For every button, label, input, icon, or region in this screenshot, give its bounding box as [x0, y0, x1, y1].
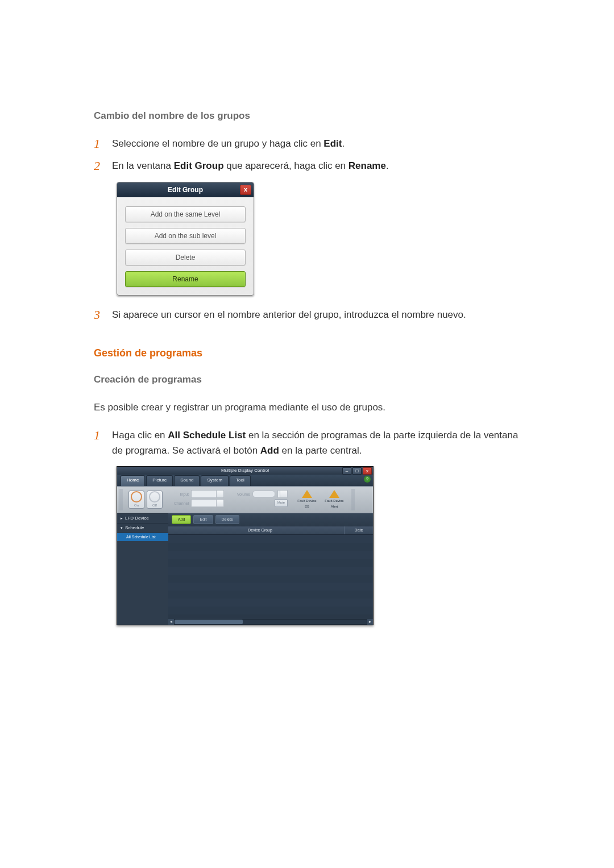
mdc-body: ▸ LFD Device ▾ Schedule All Schedule Lis…	[117, 513, 373, 624]
subsection-title: Cambio del nombre de los grupos	[94, 108, 520, 123]
label: Fault Device (0)	[296, 499, 318, 509]
scroll-right-icon[interactable]: ►	[367, 619, 373, 625]
text: .	[342, 138, 345, 149]
step-text: Si aparece un cursor en el nombre anteri…	[112, 309, 466, 320]
close-button[interactable]: x	[363, 467, 372, 475]
ribbon-tabs: Home Picture Sound System Tool ?	[117, 475, 373, 486]
alert-group: Fault Device (0) Fault Device Alert	[293, 489, 348, 510]
tab-home[interactable]: Home	[121, 475, 145, 486]
input-group: Input Channel	[168, 489, 226, 510]
label: Schedule	[125, 524, 144, 533]
warning-icon	[329, 490, 339, 498]
table-row	[168, 591, 373, 599]
label: All Schedule List	[126, 533, 156, 541]
help-icon[interactable]: ?	[364, 476, 371, 483]
steps-schedule: 1 Haga clic en All Schedule List en la s…	[94, 427, 520, 458]
step-text: Seleccione el nombre de un grupo y haga …	[112, 138, 345, 149]
tab-sound[interactable]: Sound	[174, 475, 200, 486]
edit-button[interactable]: Edit	[193, 515, 213, 524]
fault-device-alert[interactable]: Fault Device Alert	[323, 490, 346, 509]
power-icon	[131, 491, 142, 502]
text: Haga clic en	[112, 430, 168, 441]
window-titlebar: Multiple Display Control – □ x	[117, 467, 373, 475]
table-row	[168, 583, 373, 591]
add-button[interactable]: Add	[172, 515, 191, 524]
add-sub-level-button[interactable]: Add on the sub level	[125, 228, 246, 244]
rename-button[interactable]: Rename	[125, 271, 246, 287]
channel-select[interactable]	[191, 499, 224, 507]
table-body	[168, 535, 373, 619]
mdc-window: Multiple Display Control – □ x Home Pict…	[117, 466, 374, 625]
sidebar: ▸ LFD Device ▾ Schedule All Schedule Lis…	[117, 513, 168, 624]
scroll-track[interactable]	[175, 620, 367, 624]
step-number: 1	[94, 425, 100, 445]
scroll-thumb[interactable]	[175, 620, 243, 624]
channel-field: Channel	[171, 499, 224, 507]
input-field: Input	[171, 490, 224, 498]
fault-device-count[interactable]: Fault Device (0)	[296, 490, 318, 509]
sidebar-item-all-schedule-list[interactable]: All Schedule List	[117, 533, 168, 541]
maximize-button[interactable]: □	[352, 467, 362, 475]
volume-group: Volume Mute	[230, 489, 290, 510]
tab-picture[interactable]: Picture	[146, 475, 173, 486]
close-button[interactable]: x	[240, 185, 251, 195]
sidebar-item-schedule[interactable]: ▾ Schedule	[117, 523, 168, 533]
mute-button[interactable]: Mute	[275, 499, 288, 507]
table-row	[168, 559, 373, 567]
col-checkbox[interactable]	[168, 526, 176, 534]
power-off-button[interactable]: Off	[147, 491, 163, 509]
chevron-down-icon	[280, 491, 287, 497]
caret-down-icon: ▾	[121, 524, 123, 533]
volume-slider[interactable]	[252, 491, 275, 497]
label: On	[134, 503, 139, 509]
text: .	[386, 160, 389, 171]
horizontal-scrollbar[interactable]: ◄ ►	[168, 619, 373, 625]
main-pane: Add Edit Delete Device Group Date	[168, 513, 373, 624]
table-row	[168, 607, 373, 614]
step: 2 En la ventana Edit Group que aparecerá…	[94, 158, 520, 173]
step-text: En la ventana Edit Group que aparecerá, …	[112, 160, 389, 171]
ribbon-scroll-right[interactable]	[351, 489, 355, 510]
dialog-title: Edit Group x	[117, 182, 254, 197]
step-number: 3	[94, 305, 100, 325]
sidebar-item-lfd-device[interactable]: ▸ LFD Device	[117, 513, 168, 523]
table-row	[168, 575, 373, 583]
delete-button[interactable]: Delete	[215, 515, 239, 524]
edit-group-dialog: Edit Group x Add on the same Level Add o…	[117, 182, 254, 296]
step-number: 1	[94, 134, 100, 153]
input-select[interactable]	[191, 490, 224, 498]
text: Seleccione el nombre de un grupo y haga …	[112, 138, 323, 149]
section-title: Gestión de programas	[94, 345, 520, 362]
bold: All Schedule List	[168, 430, 246, 441]
table-row	[168, 551, 373, 559]
table-row	[168, 535, 373, 543]
bold: Edit Group	[174, 160, 224, 171]
ribbon: On Off Input Channel Volume	[117, 486, 373, 513]
table-row	[168, 543, 373, 551]
text: Si aparece un cursor en el nombre anteri…	[112, 309, 466, 320]
volume-value[interactable]	[277, 490, 288, 498]
ribbon-scroll-left[interactable]	[119, 489, 123, 510]
step: 3 Si aparece un cursor en el nombre ante…	[94, 307, 520, 322]
tab-system[interactable]: System	[201, 475, 229, 486]
power-icon	[149, 491, 160, 502]
power-on-button[interactable]: On	[128, 491, 144, 509]
bold: Add	[260, 445, 279, 456]
label: Off	[152, 503, 157, 509]
tab-tool[interactable]: Tool	[230, 475, 251, 486]
minimize-button[interactable]: –	[342, 467, 351, 475]
steps-group-rename-cont: 3 Si aparece un cursor en el nombre ante…	[94, 307, 520, 322]
text: en la parte central.	[279, 445, 362, 456]
bold: Rename	[349, 160, 386, 171]
table-row	[168, 567, 373, 575]
subsection-title: Creación de programas	[94, 372, 520, 387]
scroll-left-icon[interactable]: ◄	[168, 619, 174, 625]
add-same-level-button[interactable]: Add on the same Level	[125, 206, 246, 222]
col-device-group: Device Group	[176, 526, 344, 534]
text: En la ventana	[112, 160, 174, 171]
step: 1 Haga clic en All Schedule List en la s…	[94, 427, 520, 458]
delete-button[interactable]: Delete	[125, 250, 246, 265]
chevron-down-icon	[216, 500, 223, 506]
step-text: Haga clic en All Schedule List en la sec…	[112, 430, 518, 456]
col-date: Date	[344, 526, 373, 534]
